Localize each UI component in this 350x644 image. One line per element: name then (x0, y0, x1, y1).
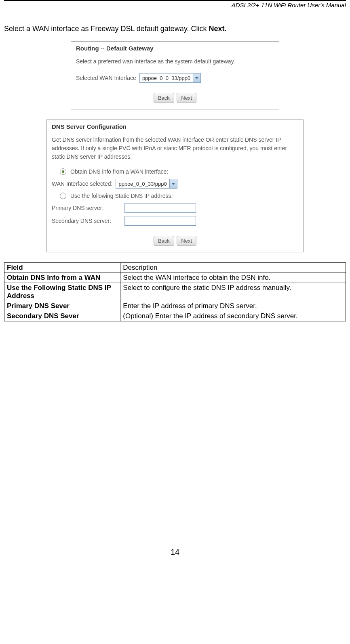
wan-selected-dropdown[interactable]: pppoe_0_0_33/ppp0 (116, 179, 177, 189)
dns-description: Get DNS server information from the sele… (52, 136, 298, 161)
chevron-down-icon (193, 73, 200, 82)
primary-dns-input[interactable] (124, 203, 196, 213)
secondary-dns-label: Secondary DNS server: (52, 218, 124, 224)
wan-selected-label: WAN Interface selected: (52, 180, 112, 187)
wan-interface-label: Selected WAN Interface (76, 75, 136, 81)
header-field: Field (4, 263, 120, 273)
back-button[interactable]: Back (154, 93, 174, 103)
table-row: Obtain DNS Info from a WAN Select the WA… (4, 273, 346, 283)
table-row: Use the Following Static DNS IP Address … (4, 283, 346, 301)
radio-static-dns[interactable] (60, 193, 66, 199)
next-button[interactable]: Next (177, 236, 196, 246)
next-button[interactable]: Next (177, 93, 196, 103)
routing-title: Routing -- Default Gateway (76, 45, 274, 52)
secondary-dns-input[interactable] (124, 216, 196, 226)
primary-dns-label: Primary DNS server: (52, 205, 124, 211)
header-description: Description (120, 263, 346, 273)
table-row: Primary DNS Sever Enter the IP address o… (4, 301, 346, 311)
radio-obtain-dns[interactable] (60, 168, 66, 175)
back-button[interactable]: Back (154, 236, 174, 246)
table-row: Secondary DNS Sever (Optional) Enter the… (4, 311, 346, 321)
screenshot-dns-config: DNS Server Configuration Get DNS server … (46, 120, 304, 252)
instruction-text: Select a WAN interface as Freeway DSL de… (4, 25, 346, 33)
field-description-table: Field Description Obtain DNS Info from a… (4, 262, 346, 321)
page-number: 14 (4, 548, 346, 565)
document-header: ADSL2/2+ 11N WiFi Router User's Manual (4, 2, 346, 8)
radio-static-dns-label: Use the following Static DNS IP address: (70, 193, 173, 199)
table-header-row: Field Description (4, 263, 346, 273)
dns-title: DNS Server Configuration (52, 123, 298, 130)
chevron-down-icon (169, 179, 177, 188)
radio-obtain-dns-label: Obtain DNS info from a WAN interface: (70, 168, 168, 175)
routing-description: Select a preferred wan interface as the … (76, 57, 274, 66)
wan-interface-select[interactable]: pppoe_0_0_33/ppp0 (139, 73, 201, 83)
screenshot-routing-gateway: Routing -- Default Gateway Select a pref… (71, 41, 279, 109)
